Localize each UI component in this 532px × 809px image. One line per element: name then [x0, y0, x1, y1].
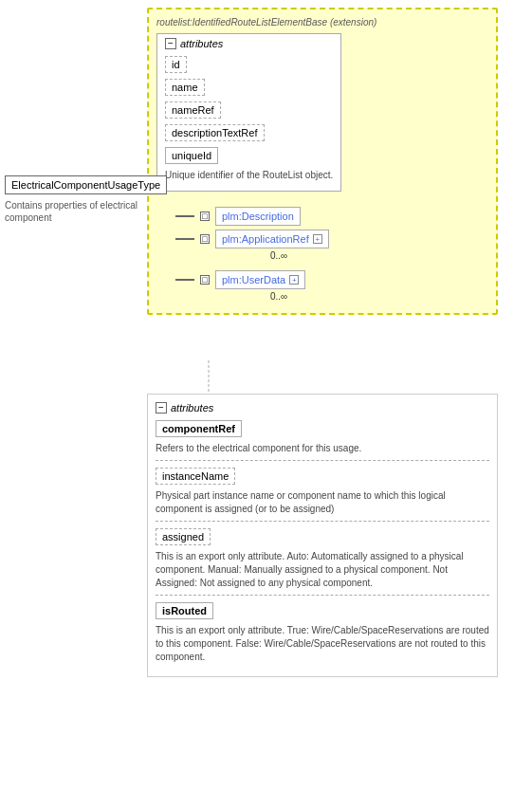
attr-id[interactable]: id: [165, 53, 333, 76]
divider-2: [156, 521, 489, 522]
assigned-label: assigned: [156, 528, 211, 545]
plm-userdata-box[interactable]: plm:UserData +: [215, 270, 305, 289]
diagram-container: routelist:IdentifiedRouteListElementBase…: [0, 0, 532, 809]
divider-1: [156, 460, 489, 461]
isRouted-attr[interactable]: isRouted: [156, 599, 489, 622]
attr-uniqueId-label: uniqueId: [165, 147, 218, 164]
yellow-box: routelist:IdentifiedRouteListElementBase…: [147, 8, 498, 315]
top-attributes-box: − attributes id name nameRef description…: [156, 33, 341, 192]
plm-applicationref-label: plm:ApplicationRef: [222, 233, 309, 245]
attributes-label-top: attributes: [180, 38, 223, 49]
plm-userdata-label: plm:UserData: [222, 274, 285, 285]
instanceName-desc: Physical part instance name or component…: [156, 489, 489, 516]
square-icon-userdata: □: [200, 275, 210, 285]
square-icon-appref: □: [200, 234, 210, 244]
divider-3: [156, 595, 489, 596]
attr-nameRef-label: nameRef: [165, 101, 221, 119]
componentRef-desc: Refers to the electrical component for t…: [156, 442, 489, 455]
expand-icon-appref[interactable]: +: [313, 234, 322, 244]
instanceName-attr[interactable]: instanceName: [156, 465, 489, 487]
assigned-desc: This is an export only attribute. Auto: …: [156, 550, 489, 590]
uniqueId-desc: Unique identifier of the RouteList objec…: [165, 169, 333, 182]
attr-descriptionTextRef[interactable]: descriptionTextRef: [165, 121, 333, 144]
attributes-label-bottom: attributes: [171, 402, 213, 414]
attr-descriptionTextRef-label: descriptionTextRef: [165, 124, 265, 141]
attr-name[interactable]: name: [165, 76, 333, 99]
componentRef-label: componentRef: [156, 420, 242, 437]
left-box[interactable]: ElectricalComponentUsageType: [5, 175, 167, 194]
square-icon-desc: □: [200, 211, 210, 221]
attr-name-label: name: [165, 79, 205, 96]
appref-cardinality: 0..∞: [270, 250, 488, 261]
left-box-label: ElectricalComponentUsageType: [11, 179, 160, 191]
plm-applicationref-box[interactable]: plm:ApplicationRef +: [215, 230, 329, 248]
isRouted-label: isRouted: [156, 602, 213, 619]
top-attributes-header: − attributes: [165, 38, 333, 49]
plm-userdata-row: □ plm:UserData +: [175, 270, 488, 289]
attr-uniqueId[interactable]: uniqueId: [165, 144, 333, 167]
plm-description-label: plm:Description: [222, 211, 294, 222]
componentRef-attr[interactable]: componentRef: [156, 417, 489, 440]
left-box-description: Contains properties of electrical compon…: [5, 199, 142, 224]
attr-id-label: id: [165, 56, 187, 73]
connector-line-userdata: [175, 279, 194, 281]
userdata-cardinality: 0..∞: [270, 291, 488, 302]
plm-description-row: □ plm:Description: [175, 207, 488, 226]
expand-icon-userdata[interactable]: +: [289, 275, 299, 285]
assigned-attr[interactable]: assigned: [156, 525, 489, 548]
instanceName-label: instanceName: [156, 468, 235, 485]
connector-line-appref: [175, 238, 194, 240]
plm-description-box[interactable]: plm:Description: [215, 207, 301, 226]
connector-line-desc: [175, 215, 194, 217]
minus-icon-bottom[interactable]: −: [156, 402, 167, 414]
attr-nameRef[interactable]: nameRef: [165, 99, 333, 121]
bottom-section: − attributes componentRef Refers to the …: [147, 394, 498, 677]
isRouted-desc: This is an export only attribute. True: …: [156, 624, 489, 664]
plm-applicationref-row: □ plm:ApplicationRef +: [175, 230, 488, 248]
bottom-attributes-header: − attributes: [156, 402, 489, 414]
minus-icon-top[interactable]: −: [165, 38, 176, 49]
yellow-box-title: routelist:IdentifiedRouteListElementBase…: [156, 17, 488, 28]
